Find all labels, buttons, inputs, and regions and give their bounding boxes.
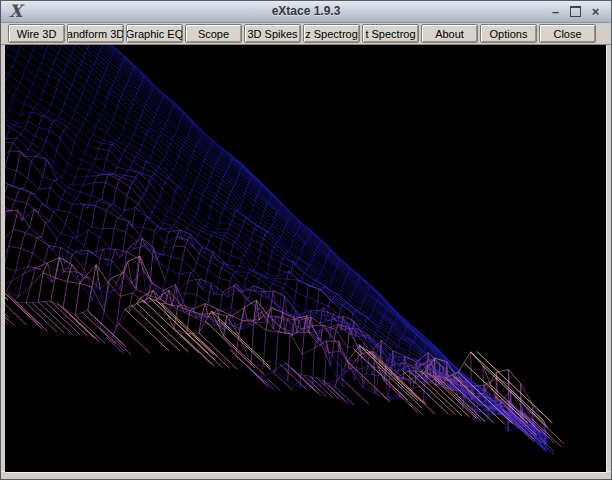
- close-icon[interactable]: ×: [589, 1, 602, 22]
- title-bar[interactable]: X eXtace 1.9.3 – ×: [1, 1, 611, 23]
- window-title: eXtace 1.9.3: [1, 1, 611, 22]
- maximize-icon[interactable]: [570, 6, 581, 17]
- toolbar: Wire 3D andform 3D Graphic EQ Scope 3D S…: [1, 23, 611, 45]
- button-st-spectrogram[interactable]: t Spectrog: [362, 24, 419, 43]
- button-3d-spikes[interactable]: 3D Spikes: [244, 24, 301, 43]
- app-window: X eXtace 1.9.3 – × Wire 3D andform 3D Gr…: [0, 0, 612, 480]
- window-controls: – ×: [549, 1, 602, 22]
- button-graphic-eq[interactable]: Graphic EQ: [126, 24, 183, 43]
- button-about[interactable]: About: [421, 24, 478, 43]
- button-scope[interactable]: Scope: [185, 24, 242, 43]
- minimize-icon[interactable]: –: [549, 1, 562, 22]
- button-options[interactable]: Options: [480, 24, 537, 43]
- button-hz-spectrogram[interactable]: z Spectrog: [303, 24, 360, 43]
- button-landform-3d[interactable]: andform 3D: [67, 24, 124, 43]
- button-wire-3d[interactable]: Wire 3D: [8, 24, 65, 43]
- wireframe-spectrogram-canvas: [5, 45, 606, 472]
- visualization-area: [5, 45, 606, 472]
- window-frame-bottom: [1, 471, 611, 479]
- button-close[interactable]: Close: [539, 24, 596, 43]
